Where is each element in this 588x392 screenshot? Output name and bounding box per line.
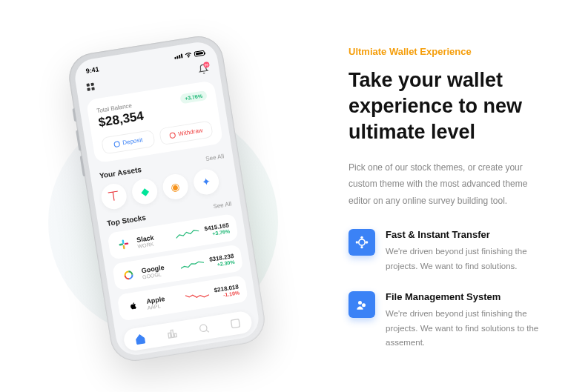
feature-desc: We're driven beyond just finishing the p…	[386, 245, 551, 273]
headline: Take your wallet experience to new ultim…	[348, 67, 551, 145]
assets-title: Your Assets	[99, 165, 142, 180]
sparkline-icon	[175, 227, 200, 242]
withdraw-button[interactable]: Withdraw	[159, 120, 214, 145]
wifi-icon	[184, 51, 192, 58]
withdraw-label: Withdraw	[178, 127, 203, 137]
svg-point-14	[359, 239, 365, 245]
asset-tesla[interactable]: 丅	[99, 182, 128, 211]
apple-icon	[125, 297, 142, 314]
svg-rect-13	[231, 319, 240, 328]
deposit-button[interactable]: Deposit	[101, 130, 156, 155]
side-button	[72, 108, 76, 122]
svg-rect-10	[174, 333, 176, 337]
menu-grid-icon[interactable]	[86, 83, 94, 91]
notification-bell-icon[interactable]: 99	[197, 63, 209, 75]
withdraw-icon	[169, 132, 176, 139]
svg-point-19	[358, 301, 362, 305]
svg-rect-8	[168, 333, 171, 338]
svg-rect-0	[122, 239, 124, 244]
asset-neo[interactable]: ◆	[131, 177, 159, 206]
nav-chart-icon[interactable]	[165, 327, 179, 340]
feature-desc: We're driven beyond just finishing the p…	[386, 307, 551, 351]
phone-mockup-area: 9:41 99	[37, 30, 304, 362]
asset-cloud[interactable]: ✦	[192, 167, 221, 196]
feature-transfer: Fast & Instant Transfer We're driven bey…	[348, 229, 551, 273]
svg-rect-2	[123, 245, 125, 250]
feature-title: File Management System	[386, 291, 551, 302]
marketing-content: Ultmiate Wallet Experience Take your wal…	[304, 24, 551, 368]
sparkline-icon	[185, 289, 210, 303]
stocks-title: Top Stocks	[106, 213, 146, 227]
nav-search-icon[interactable]	[197, 322, 211, 335]
svg-point-16	[360, 246, 363, 248]
notification-badge: 99	[203, 62, 210, 68]
svg-rect-1	[119, 243, 123, 245]
stocks-see-all[interactable]: See All	[213, 201, 232, 210]
balance-change-badge: +3.76%	[179, 90, 208, 104]
svg-point-15	[360, 236, 363, 239]
deposit-label: Deposit	[122, 136, 143, 146]
svg-rect-3	[124, 242, 128, 245]
google-icon	[120, 267, 137, 284]
transfer-icon	[348, 229, 375, 256]
slack-icon	[116, 236, 133, 253]
eyebrow-text: Ultmiate Wallet Experience	[348, 46, 551, 57]
nav-home-icon[interactable]	[133, 332, 147, 345]
asset-coin[interactable]: ◉	[161, 173, 190, 202]
nav-profile-icon[interactable]	[229, 316, 242, 330]
file-management-icon	[348, 291, 375, 318]
deposit-icon	[113, 141, 120, 147]
svg-point-18	[366, 241, 368, 243]
subtext: Pick one of our stock themes, or create …	[348, 159, 551, 210]
feature-file-management: File Management System We're driven beyo…	[348, 291, 551, 351]
svg-point-17	[356, 241, 358, 243]
svg-line-12	[206, 330, 209, 333]
feature-title: Fast & Instant Transfer	[386, 229, 551, 240]
signal-icon	[174, 53, 183, 59]
battery-icon	[194, 50, 205, 56]
sparkline-icon	[179, 258, 205, 272]
svg-point-11	[199, 324, 208, 332]
assets-see-all[interactable]: See All	[205, 153, 225, 162]
status-time: 9:41	[85, 65, 99, 75]
stocks-list: Slack WORK $415.165 +3.76%	[107, 213, 248, 322]
svg-point-20	[362, 303, 366, 307]
